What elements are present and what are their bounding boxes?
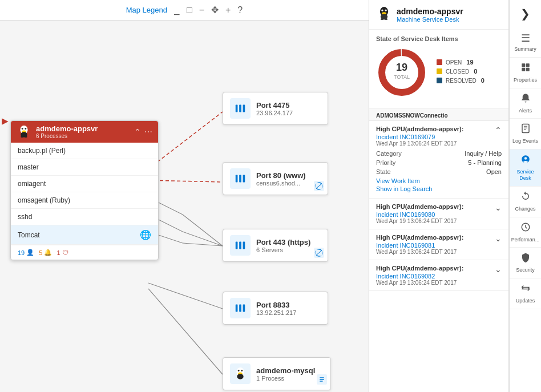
sidebar-item-log-events[interactable]: Log Events bbox=[510, 119, 541, 149]
sidebar-label-log-events: Log Events bbox=[512, 138, 538, 144]
sidebar-item-properties[interactable]: Properties bbox=[510, 58, 541, 88]
sidebar-chevron-right[interactable]: ❯ bbox=[518, 5, 532, 23]
incident-number[interactable]: Incident INC0169081 bbox=[376, 242, 463, 249]
sidebar-item-performance[interactable]: Performan... bbox=[510, 217, 541, 248]
sidebar-label-updates: Updates bbox=[516, 298, 535, 304]
detail-category: Category Inquiry / Help bbox=[376, 150, 502, 157]
svg-line-8 bbox=[148, 283, 223, 309]
incident-number[interactable]: Incident INC0169080 bbox=[376, 211, 463, 218]
process-item[interactable]: sshd bbox=[11, 209, 158, 225]
open-dot bbox=[437, 59, 442, 65]
incident-date: Wed Apr 19 13:06:24 EDT 2017 bbox=[376, 218, 463, 224]
mysql-card[interactable]: admdemo-mysql 1 Process bbox=[223, 357, 331, 390]
fit-screen-icon[interactable]: ✥ bbox=[211, 6, 219, 15]
person-icon: 👤 bbox=[26, 249, 34, 256]
process-name: master bbox=[18, 163, 39, 171]
badge-value: 19 bbox=[18, 249, 25, 256]
sidebar-label-changes: Changes bbox=[515, 206, 535, 212]
badge-count-red: 1 🛡 bbox=[56, 249, 68, 256]
port-443-card[interactable]: Port 443 (https) 6 Servers bbox=[223, 229, 328, 262]
closed-dot bbox=[437, 68, 442, 74]
map-canvas: ▶ admdemo-appsvr 6 bbox=[0, 21, 369, 392]
process-item[interactable]: omiagent bbox=[11, 176, 158, 192]
incident-number[interactable]: Incident INC0169079 bbox=[376, 134, 463, 140]
process-name: omsagent (Ruby) bbox=[18, 196, 70, 204]
port-badge bbox=[314, 181, 324, 191]
port-ip: 13.92.251.217 bbox=[256, 309, 296, 316]
port-ip: 23.96.24.177 bbox=[256, 110, 293, 116]
help-icon[interactable]: ? bbox=[237, 6, 243, 15]
port-80-card[interactable]: Port 80 (www) census6.shod... bbox=[223, 162, 328, 195]
process-card-header: admdemo-appsvr 6 Processes ⌃ ⋯ bbox=[11, 121, 158, 143]
sidebar-item-updates[interactable]: Updates bbox=[510, 278, 541, 309]
view-work-item-link[interactable]: View Work Item bbox=[376, 177, 502, 184]
svg-rect-48 bbox=[522, 63, 525, 67]
sidebar-item-alerts[interactable]: Alerts bbox=[510, 88, 541, 119]
service-desk-icon bbox=[520, 154, 531, 167]
incident-title: High CPU(admdemo-appsvr): bbox=[376, 203, 463, 210]
sidebar-label-security: Security bbox=[516, 267, 535, 273]
detail-state: State Open bbox=[376, 168, 502, 175]
sidebar-item-security[interactable]: Security bbox=[510, 248, 541, 278]
sidebar-item-summary[interactable]: ☰ Summary bbox=[510, 27, 541, 58]
incident-number[interactable]: Incident INC0169082 bbox=[376, 273, 463, 280]
snow-title: ADMOMSSNOWConnectio bbox=[369, 109, 508, 120]
process-item-tomcat[interactable]: Tomcat 🌐 bbox=[11, 225, 158, 245]
svg-point-42 bbox=[381, 18, 383, 20]
svg-rect-49 bbox=[526, 63, 529, 67]
closed-value: 0 bbox=[474, 68, 477, 75]
port-icon bbox=[230, 98, 251, 119]
sidebar-item-changes[interactable]: Changes bbox=[510, 187, 541, 217]
resolved-dot bbox=[437, 78, 442, 83]
collapse-icon[interactable]: ⌃ bbox=[134, 127, 141, 136]
svg-point-12 bbox=[25, 128, 26, 130]
svg-rect-50 bbox=[522, 68, 525, 71]
priority-key: Priority bbox=[376, 159, 395, 166]
more-options-icon[interactable]: ⋯ bbox=[144, 127, 152, 136]
donut-legend: OPEN 19 CLOSED 0 RESOLVED 0 bbox=[437, 59, 485, 86]
svg-line-9 bbox=[148, 289, 223, 374]
security-icon bbox=[520, 252, 531, 265]
incident-expand-icon[interactable]: ⌃ bbox=[495, 126, 502, 135]
svg-line-7 bbox=[183, 243, 223, 246]
incident-expand-icon[interactable]: ⌄ bbox=[495, 234, 502, 243]
svg-rect-30 bbox=[243, 305, 245, 312]
svg-point-38 bbox=[381, 10, 383, 11]
mysql-subtitle: 1 Process bbox=[256, 375, 315, 382]
process-item[interactable]: backup.pl (Perl) bbox=[11, 143, 158, 159]
svg-line-0 bbox=[148, 112, 223, 169]
zoom-out-icon[interactable]: − bbox=[199, 6, 204, 15]
shield-icon: 🛡 bbox=[62, 249, 68, 256]
incident-expand-icon[interactable]: ⌄ bbox=[495, 203, 502, 212]
process-footer: 19 👤 5 🔔 1 🛡 bbox=[11, 245, 158, 260]
process-card: ▶ admdemo-appsvr 6 bbox=[10, 120, 159, 260]
port-4475-card[interactable]: Port 4475 23.96.24.177 bbox=[223, 92, 328, 125]
category-key: Category bbox=[376, 150, 402, 157]
zoom-in-icon[interactable]: + bbox=[225, 6, 231, 15]
open-label: OPEN bbox=[446, 59, 462, 66]
badge-value: 1 bbox=[56, 249, 60, 256]
resolved-label: RESOLVED bbox=[446, 78, 477, 84]
incident-expand-icon[interactable]: ⌄ bbox=[495, 265, 502, 274]
process-item[interactable]: master bbox=[11, 159, 158, 176]
svg-rect-25 bbox=[239, 242, 241, 249]
svg-point-43 bbox=[385, 18, 387, 20]
svg-point-11 bbox=[22, 128, 23, 130]
badge-value: 5 bbox=[39, 249, 42, 256]
legend-closed: CLOSED 0 bbox=[437, 68, 485, 75]
port-8833-card[interactable]: Port 8833 13.92.251.217 bbox=[223, 292, 328, 325]
sidebar-item-service-desk[interactable]: Service Desk bbox=[510, 149, 541, 187]
show-log-search-link[interactable]: Show in Log Search bbox=[376, 185, 502, 192]
port-name: Port 8833 bbox=[256, 301, 296, 309]
panel-title: admdemo-appsvr bbox=[397, 7, 463, 16]
incident-4: High CPU(admdemo-appsvr): Incident INC01… bbox=[369, 260, 508, 291]
zoom-plus-icon[interactable]: □ bbox=[187, 6, 192, 15]
changes-icon bbox=[520, 191, 531, 204]
svg-rect-20 bbox=[236, 175, 238, 183]
port-name: Port 443 (https) bbox=[256, 238, 310, 246]
svg-rect-24 bbox=[236, 242, 238, 249]
zoom-minus-icon[interactable]: ⎯ bbox=[174, 6, 180, 15]
process-item[interactable]: omsagent (Ruby) bbox=[11, 192, 158, 209]
performance-icon bbox=[520, 222, 531, 235]
incident-date: Wed Apr 19 13:06:24 EDT 2017 bbox=[376, 280, 463, 286]
